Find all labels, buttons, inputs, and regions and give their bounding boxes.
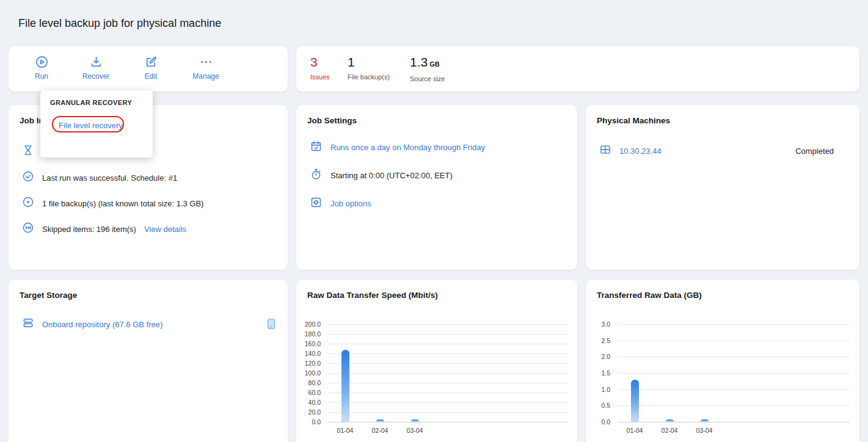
skip-forward-icon — [22, 222, 34, 236]
y-axis-tick-label: 60.0 — [296, 388, 321, 397]
hourglass-icon — [22, 144, 34, 159]
schedule-row: Runs once a day on Monday through Friday — [310, 140, 566, 154]
gridline — [328, 373, 567, 374]
gridline — [618, 341, 850, 341]
granular-recovery-header: GRANULAR RECOVERY — [50, 99, 132, 106]
device-icon — [266, 317, 277, 333]
machine-status: Completed — [795, 147, 834, 156]
bar-03-04 — [701, 419, 709, 422]
gridline — [328, 344, 567, 344]
job-info-row-backups: 1 file backup(s) (last known total size:… — [22, 196, 277, 211]
gridline — [328, 334, 567, 335]
edit-pencil-icon — [144, 54, 158, 69]
y-axis-tick-label: 40.0 — [296, 398, 321, 407]
bar-02-04 — [376, 419, 384, 422]
download-icon — [89, 54, 103, 69]
machine-grid-icon — [599, 143, 611, 158]
view-details-link[interactable]: View details — [144, 225, 186, 234]
ellipsis-icon — [199, 54, 213, 69]
repository-row: Onboard repository (67.6 GB free) — [22, 317, 277, 332]
bar-02-04 — [666, 419, 674, 422]
repository-stack-icon — [22, 317, 34, 332]
check-circle-icon — [22, 170, 34, 185]
gridline — [328, 412, 567, 413]
y-axis-tick-label: 2.0 — [586, 352, 610, 361]
y-axis-tick-label: 0.5 — [586, 401, 610, 410]
raw-speed-chart-title: Raw Data Transfer Speed (Mbit/s) — [307, 291, 438, 300]
gridline — [328, 422, 567, 422]
file-level-recovery-item[interactable]: File level recovery — [59, 121, 123, 130]
x-axis-tick-label: 01-04 — [619, 427, 650, 434]
x-axis-tick-label: 03-04 — [689, 427, 720, 434]
file-backups-value: 1 — [348, 55, 390, 70]
job-settings-title: Job Settings — [307, 116, 357, 125]
schedule-link[interactable]: Runs once a day on Monday through Friday — [330, 143, 485, 152]
y-axis-tick-label: 0.0 — [296, 418, 321, 426]
gridline — [618, 324, 850, 325]
y-axis-tick-label: 20.0 — [296, 408, 321, 416]
target-storage-card: Target Storage Onboard repository (67.6 … — [9, 280, 288, 442]
file-backups-label: File backup(s) — [348, 73, 390, 81]
issues-label: Issues — [310, 73, 330, 81]
recover-button[interactable]: Recover — [72, 54, 120, 85]
y-axis-tick-label: 120.0 — [296, 359, 321, 368]
recover-dropdown-menu: GRANULAR RECOVERY File level recovery — [40, 90, 153, 158]
y-axis-tick-label: 180.0 — [296, 330, 321, 338]
bar-03-04 — [411, 419, 419, 422]
x-axis-tick-label: 03-04 — [399, 427, 430, 434]
calendar-check-icon — [310, 140, 323, 155]
gridline — [618, 389, 850, 390]
gridline — [618, 405, 850, 406]
physical-machines-card: Physical Machines 10.30.23.44 Completed — [586, 105, 859, 270]
source-size-value: 1.3GB — [410, 55, 445, 71]
y-axis-tick-label: 80.0 — [296, 379, 321, 387]
stopwatch-icon — [310, 168, 323, 183]
job-info-row-skipped: Skipped items: 196 item(s) View details — [22, 222, 277, 236]
job-settings-card: Job Settings Runs once a day on Monday t… — [296, 105, 577, 270]
start-time-row: Starting at 0:00 (UTC+02:00, EET) — [310, 168, 566, 183]
y-axis-tick-label: 1.0 — [586, 385, 610, 394]
transferred-data-chart: 3.02.52.01.51.00.50.001-0402-0403-04 — [586, 315, 859, 442]
manage-label: Manage — [192, 72, 219, 81]
play-circle-icon — [35, 54, 49, 69]
edit-label: Edit — [145, 72, 158, 81]
repository-link[interactable]: Onboard repository (67.6 GB free) — [42, 320, 162, 329]
gridline — [618, 422, 850, 422]
edit-button[interactable]: Edit — [127, 54, 175, 85]
run-button[interactable]: Run — [18, 54, 65, 85]
y-axis-tick-label: 160.0 — [296, 339, 321, 348]
job-options-link[interactable]: Job options — [330, 199, 371, 208]
last-run-text: Last run was successful. Schedule: #1 — [42, 173, 177, 183]
start-time-text: Starting at 0:00 (UTC+02:00, EET) — [330, 171, 453, 180]
target-storage-title: Target Storage — [20, 291, 77, 300]
skipped-items-text: Skipped items: 196 item(s) — [42, 225, 136, 234]
toolbar-card: Run Recover Edit Manage — [9, 46, 288, 92]
manage-button[interactable]: Manage — [182, 54, 230, 85]
raw-speed-chart: 200.0180.0160.0140.0120.0100.080.060.040… — [296, 315, 577, 442]
y-axis-tick-label: 1.5 — [586, 369, 610, 377]
transferred-data-chart-title: Transferred Raw Data (GB) — [597, 291, 702, 300]
source-size-unit: GB — [429, 60, 440, 68]
y-axis-tick-label: 140.0 — [296, 349, 321, 358]
file-backups-stat: 1 File backup(s) — [348, 55, 390, 81]
issues-value: 3 — [310, 55, 330, 70]
x-axis-tick-label: 01-04 — [330, 427, 360, 434]
backups-count-text: 1 file backup(s) (last known total size:… — [42, 199, 203, 208]
x-axis-tick-label: 02-04 — [654, 427, 685, 434]
recover-label: Recover — [82, 72, 110, 81]
gear-box-icon — [310, 196, 323, 211]
gridline — [328, 383, 567, 383]
y-axis-tick-label: 3.0 — [586, 320, 610, 328]
source-size-stat: 1.3GB Source size — [410, 55, 445, 82]
y-axis-tick-label: 100.0 — [296, 369, 321, 377]
gridline — [328, 324, 567, 325]
job-info-row-last-run: Last run was successful. Schedule: #1 — [22, 170, 277, 185]
issues-stat[interactable]: 3 Issues — [310, 55, 330, 81]
machine-ip-link[interactable]: 10.30.23.44 — [619, 147, 662, 156]
y-axis-tick-label: 200.0 — [296, 320, 321, 328]
gridline — [328, 353, 567, 354]
job-options-row: Job options — [310, 196, 566, 211]
restore-point-icon — [22, 196, 34, 211]
gridline — [328, 363, 567, 364]
page-title: File level backup job for physical machi… — [18, 17, 221, 30]
